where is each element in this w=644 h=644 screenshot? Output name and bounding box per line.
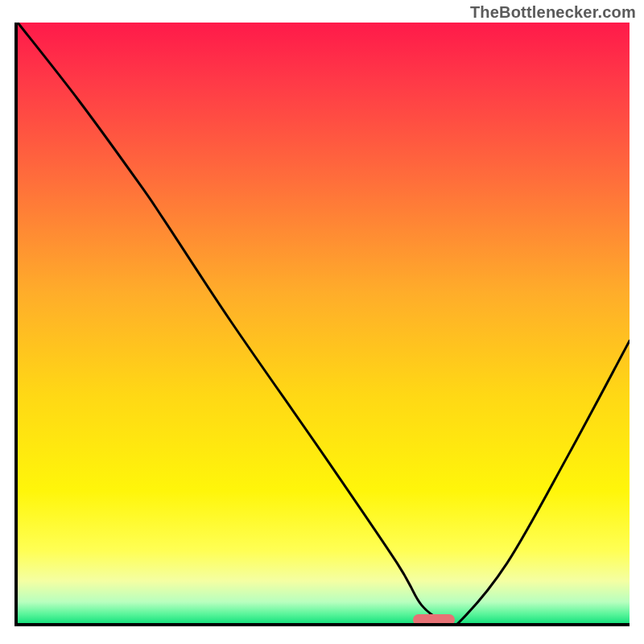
svg-rect-0 — [18, 23, 630, 623]
chart-background-gradient — [18, 23, 630, 623]
watermark-text: TheBottlenecker.com — [470, 3, 636, 22]
chart-stage: TheBottlenecker.com — [0, 0, 644, 644]
chart-plot-area — [14, 23, 630, 626]
